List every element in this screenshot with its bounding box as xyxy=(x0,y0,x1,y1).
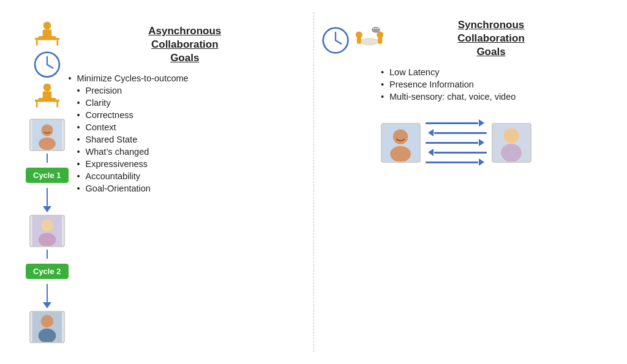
sync-bullet-item: Low Latency xyxy=(381,67,601,77)
async-bullet-item: Goal-Orientation xyxy=(69,184,301,193)
cycle2-badge: Cycle 2 xyxy=(26,264,69,279)
person-desk-icon-top xyxy=(29,18,66,49)
exchange-area xyxy=(381,120,601,165)
async-bullet-item: Correctness xyxy=(69,110,301,120)
cycle2-arrow xyxy=(43,284,51,308)
svg-point-40 xyxy=(375,28,376,29)
svg-point-14 xyxy=(43,84,51,92)
arrow-left-2 xyxy=(426,149,487,155)
clock-icon-sync xyxy=(321,26,350,55)
sync-bullet-item: Multi-sensory: chat, voice, video xyxy=(381,92,601,102)
async-bullet-item: Expressiveness xyxy=(69,159,301,169)
async-bullet-list: Minimize Cycles-to-outcomePrecisionClari… xyxy=(69,73,301,196)
svg-rect-12 xyxy=(56,102,58,107)
svg-rect-6 xyxy=(49,36,56,39)
async-bullet-item: Minimize Cycles-to-outcome xyxy=(69,73,301,83)
exchange-avatar-left xyxy=(381,123,421,163)
sync-bullet-item: Presence Information xyxy=(381,80,601,89)
async-bullet-item: Precision xyxy=(69,86,301,95)
avatar-person3 xyxy=(29,311,65,343)
sync-title: Synchronous Collaboration Goals xyxy=(381,18,601,59)
svg-line-32 xyxy=(336,40,341,44)
sync-bullet-list: Low LatencyPresence InformationMulti-sen… xyxy=(381,67,601,102)
sync-icons xyxy=(321,21,386,55)
svg-point-44 xyxy=(390,146,411,161)
panel-divider xyxy=(314,12,314,352)
svg-point-34 xyxy=(355,32,362,39)
svg-point-38 xyxy=(371,27,380,33)
async-goals-panel: Asynchronous Collaboration Goals Minimiz… xyxy=(69,18,301,346)
svg-point-47 xyxy=(501,144,522,162)
svg-rect-1 xyxy=(36,40,38,45)
async-bullet-item: Accountability xyxy=(69,171,301,181)
cycle1-badge: Cycle 1 xyxy=(26,168,69,183)
arrow-right-3 xyxy=(426,159,487,165)
svg-rect-5 xyxy=(38,36,45,39)
async-bullet-item: Clarity xyxy=(69,98,301,108)
svg-line-9 xyxy=(47,64,53,67)
svg-rect-2 xyxy=(56,40,58,45)
cycle-line-2 xyxy=(47,250,48,259)
svg-point-24 xyxy=(38,233,56,246)
async-bullet-item: Context xyxy=(69,122,301,132)
arrow-right-2 xyxy=(426,139,487,146)
svg-point-48 xyxy=(504,128,519,143)
person-desk-icon-bottom xyxy=(29,80,66,111)
svg-point-33 xyxy=(360,39,378,45)
svg-rect-35 xyxy=(356,38,361,44)
async-bullet-item: Shared State xyxy=(69,135,301,144)
avatar-person2 xyxy=(29,215,65,247)
svg-point-29 xyxy=(41,315,53,327)
sync-goals-panel: Synchronous Collaboration Goals Low Late… xyxy=(381,18,601,346)
arrow-left-1 xyxy=(426,130,487,136)
svg-rect-16 xyxy=(49,98,56,100)
cycle1-arrow xyxy=(43,188,51,212)
clock-icon-async xyxy=(31,50,63,79)
right-panel: Synchronous Collaboration Goals Low Late… xyxy=(314,18,601,346)
svg-rect-15 xyxy=(38,98,45,100)
svg-rect-11 xyxy=(36,102,38,107)
async-cycle-diagram: Cycle 1 Cycle 2 xyxy=(26,18,69,346)
svg-point-20 xyxy=(41,125,53,136)
exchange-avatar-right xyxy=(492,123,531,163)
async-title: Asynchronous Collaboration Goals xyxy=(69,24,301,65)
svg-point-25 xyxy=(41,219,53,231)
slide: Cycle 1 Cycle 2 xyxy=(7,6,620,358)
svg-point-21 xyxy=(39,138,55,150)
left-panel: Cycle 1 Cycle 2 xyxy=(26,18,314,346)
async-bullet-item: What’s changed xyxy=(69,147,301,157)
svg-point-41 xyxy=(377,28,378,29)
svg-point-43 xyxy=(393,129,408,144)
arrow-right-1 xyxy=(426,120,487,126)
exchange-arrows xyxy=(426,120,487,165)
cycle-line-1 xyxy=(47,154,48,163)
sync-diagram xyxy=(326,18,381,346)
svg-point-4 xyxy=(43,21,51,29)
avatar-person1 xyxy=(29,119,65,151)
svg-point-39 xyxy=(373,28,374,29)
